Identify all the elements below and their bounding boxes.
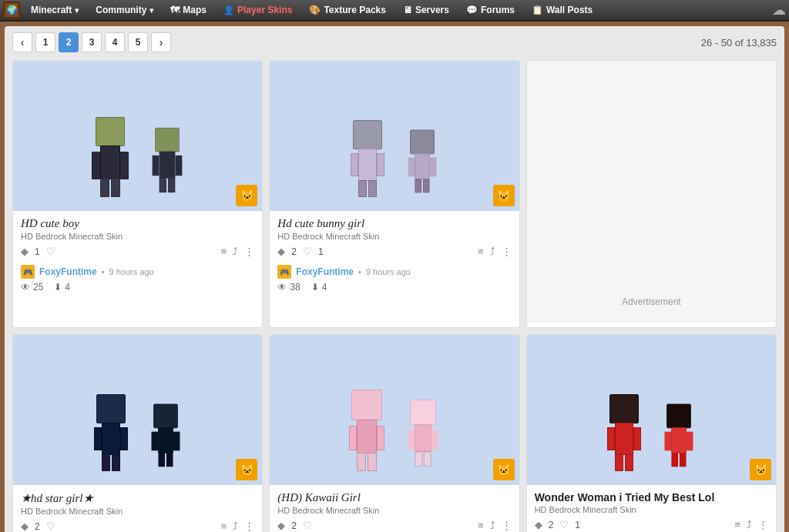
skin-image-hd-cute-boy[interactable]: 🐱 bbox=[13, 61, 262, 211]
skin-card-wonder-woman: 🐱 Wonder Woman i Tried My Best Lol HD Be… bbox=[526, 334, 777, 532]
skin-subtitle-2: HD Bedrock Minecraft Skin bbox=[277, 232, 511, 241]
skin-card-ad: Advertisement bbox=[526, 60, 777, 328]
nav-forums[interactable]: 💬 Forums bbox=[458, 1, 522, 19]
next-page-button[interactable]: › bbox=[151, 32, 171, 52]
skin-image-star[interactable]: 🐱 bbox=[13, 335, 262, 485]
views-icon-1: 👁 bbox=[21, 282, 30, 293]
meta-actions-2: ≡ ⤴ ⋮ bbox=[478, 246, 512, 257]
page-5-button[interactable]: 5 bbox=[128, 32, 148, 52]
share-btn-6[interactable]: ⤴ bbox=[747, 519, 752, 530]
card-thumb-1: 🐱 bbox=[236, 185, 257, 206]
skin-image-ww[interactable]: 🐱 bbox=[527, 335, 776, 485]
list-btn-1[interactable]: ≡ bbox=[221, 246, 227, 257]
nav-player-skins[interactable]: 👤 Player Skins bbox=[216, 1, 300, 19]
list-btn-2[interactable]: ≡ bbox=[478, 246, 484, 257]
page-3-button[interactable]: 3 bbox=[82, 32, 102, 52]
nav-texture-packs[interactable]: 🎨 Texture Packs bbox=[301, 1, 394, 19]
skin-subtitle-1: HD Bedrock Minecraft Skin bbox=[21, 232, 254, 241]
skin-meta-2: ◆ 2 ♡ 1 ≡ ⤴ ⋮ bbox=[277, 246, 511, 257]
content-area: ‹ 1 2 3 4 5 › 26 - 50 of 13,835 bbox=[5, 26, 784, 532]
download-icon-2: ⬇ bbox=[311, 282, 319, 293]
author-sep-2: • bbox=[358, 267, 361, 276]
downloads-stat-2: ⬇ 4 bbox=[311, 282, 327, 293]
more-btn-5[interactable]: ⋮ bbox=[502, 520, 512, 531]
card-thumb-4: 🐱 bbox=[236, 459, 257, 480]
download-count-1: 4 bbox=[65, 282, 70, 293]
nav-player-skins-label: Player Skins bbox=[237, 5, 292, 15]
list-btn-4[interactable]: ≡ bbox=[221, 520, 227, 532]
page-4-button[interactable]: 4 bbox=[105, 32, 125, 52]
page-1-button[interactable]: 1 bbox=[35, 32, 55, 52]
views-count-2: 38 bbox=[290, 282, 300, 293]
nav-servers-label: Servers bbox=[415, 5, 449, 15]
heart-icon-1: ♡ bbox=[46, 246, 55, 257]
skin-title-5: (HD) Kawaii Girl bbox=[277, 491, 511, 504]
page-2-button[interactable]: 2 bbox=[59, 32, 79, 52]
skin-image-bunny[interactable]: 🐱 bbox=[270, 61, 519, 211]
views-stat-2: 👁 38 bbox=[277, 282, 300, 293]
author-name-2[interactable]: FoxyFuntime bbox=[296, 266, 354, 277]
skin-subtitle-6: HD Bedrock Minecraft Skin bbox=[535, 505, 768, 514]
diamond-count-6: 2 bbox=[549, 520, 554, 530]
texture-packs-icon: 🎨 bbox=[309, 5, 321, 15]
list-btn-5[interactable]: ≡ bbox=[478, 520, 484, 531]
nav-community-label: Community bbox=[96, 5, 146, 15]
more-btn-4[interactable]: ⋮ bbox=[244, 520, 254, 532]
ad-label: Advertisement bbox=[622, 296, 681, 307]
char-front-4 bbox=[94, 394, 128, 471]
card-thumb-2: 🐱 bbox=[493, 185, 515, 206]
download-icon-1: ⬇ bbox=[54, 282, 62, 293]
author-name-1[interactable]: FoxyFuntime bbox=[39, 266, 97, 277]
skin-meta-6: ◆ 2 ♡ 1 ≡ ⤴ ⋮ bbox=[535, 519, 768, 530]
heart-count-2: 1 bbox=[318, 246, 324, 257]
nav-wall-posts-label: Wall Posts bbox=[546, 5, 593, 15]
share-btn-4[interactable]: ⤴ bbox=[233, 520, 238, 532]
char-back-4 bbox=[151, 404, 180, 467]
author-icon-2: 🎮 bbox=[277, 265, 291, 279]
skin-image-kawaii[interactable]: 🐱 bbox=[270, 335, 519, 485]
char-back-5 bbox=[408, 400, 438, 467]
list-btn-6[interactable]: ≡ bbox=[734, 519, 740, 530]
stats-row-1: 👁 25 ⬇ 4 bbox=[13, 282, 262, 293]
nav-minecraft[interactable]: Minecraft bbox=[23, 1, 86, 19]
nav-community[interactable]: Community bbox=[88, 1, 161, 19]
author-row-2: 🎮 FoxyFuntime • 9 hours ago bbox=[270, 265, 519, 279]
meta-actions-4: ≡ ⤴ ⋮ bbox=[221, 520, 255, 532]
nav-maps[interactable]: 🗺 Maps bbox=[163, 1, 214, 19]
char-back-2 bbox=[408, 130, 437, 193]
more-btn-1[interactable]: ⋮ bbox=[244, 246, 254, 257]
skin-card-kawaii: 🐱 (HD) Kawaii Girl HD Bedrock Minecraft … bbox=[269, 334, 519, 532]
share-btn-5[interactable]: ⤴ bbox=[490, 520, 495, 531]
meta-actions-6: ≡ ⤴ ⋮ bbox=[734, 519, 768, 530]
share-btn-2[interactable]: ⤴ bbox=[490, 246, 495, 257]
heart-icon-6: ♡ bbox=[559, 519, 569, 530]
nav-maps-label: Maps bbox=[183, 5, 206, 15]
player-skins-icon: 👤 bbox=[223, 5, 234, 15]
more-btn-2[interactable]: ⋮ bbox=[502, 246, 512, 257]
skin-meta-4: ◆ 2 ♡ ≡ ⤴ ⋮ bbox=[21, 520, 254, 532]
share-btn-1[interactable]: ⤴ bbox=[233, 246, 238, 257]
skin-title-1: HD cute boy bbox=[21, 217, 254, 230]
navbar: 🌍 Minecraft Community 🗺 Maps 👤 Player Sk… bbox=[0, 0, 789, 22]
skin-info-5: (HD) Kawaii Girl HD Bedrock Minecraft Sk… bbox=[270, 485, 519, 532]
diamond-count-5: 2 bbox=[291, 520, 297, 531]
meta-actions-5: ≡ ⤴ ⋮ bbox=[478, 520, 512, 531]
site-logo[interactable]: 🌍 bbox=[3, 2, 20, 18]
download-count-2: 4 bbox=[322, 282, 327, 293]
page-count: 26 - 50 of 13,835 bbox=[701, 37, 777, 49]
nav-servers[interactable]: 🖥 Servers bbox=[395, 1, 457, 19]
diamond-icon-4: ◆ bbox=[21, 520, 29, 532]
nav-wall-posts[interactable]: 📋 Wall Posts bbox=[524, 1, 600, 19]
cloud-icon: ☁ bbox=[772, 2, 786, 18]
author-icon-1: 🎮 bbox=[21, 265, 35, 279]
diamond-count-2: 2 bbox=[291, 246, 297, 257]
maps-icon: 🗺 bbox=[170, 5, 180, 15]
diamond-icon-5: ◆ bbox=[277, 520, 285, 531]
more-btn-6[interactable]: ⋮ bbox=[758, 519, 768, 530]
skin-info-1: HD cute boy HD Bedrock Minecraft Skin ◆ … bbox=[13, 211, 262, 265]
ad-area: Advertisement bbox=[527, 61, 776, 323]
author-time-1: • bbox=[102, 267, 105, 276]
prev-page-button[interactable]: ‹ bbox=[12, 32, 32, 52]
downloads-stat-1: ⬇ 4 bbox=[54, 282, 70, 293]
diamond-count-1: 1 bbox=[35, 246, 40, 257]
